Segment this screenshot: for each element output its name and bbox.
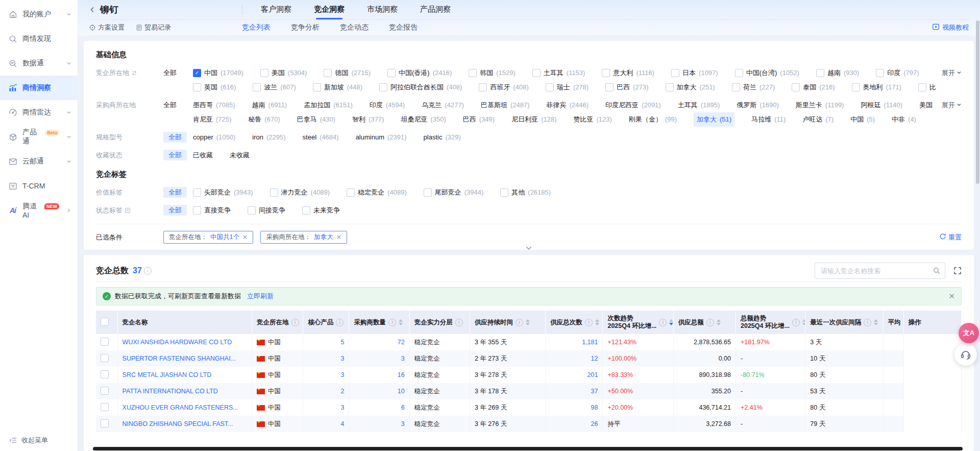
sub-tab-1[interactable]: 竞企列表 xyxy=(242,23,271,32)
checkbox[interactable] xyxy=(732,83,740,91)
sort-icon[interactable] xyxy=(669,319,673,325)
notice-close-icon[interactable]: ✕ xyxy=(948,292,955,301)
sidebar-item-product[interactable]: 产品通Beta xyxy=(0,125,78,149)
filter-option-土耳其[interactable]: 土耳其(1153) xyxy=(532,66,585,80)
filter-option-中国(香港)[interactable]: 中国(香港)(2416) xyxy=(387,66,452,80)
filter-option-俄罗斯[interactable]: 俄罗斯(1690) xyxy=(737,98,779,112)
sidebar-item-discovery[interactable]: 商情发现 xyxy=(0,27,78,51)
checkbox[interactable] xyxy=(816,69,824,77)
checkbox[interactable] xyxy=(532,69,541,77)
refresh-now-link[interactable]: 立即刷新 xyxy=(247,292,274,301)
checkbox[interactable] xyxy=(666,83,674,91)
filter-option-aluminum[interactable]: aluminum(2391) xyxy=(356,130,407,145)
filter-option-加拿大[interactable]: 加拿大(51) xyxy=(694,112,734,127)
filter-option-新加坡[interactable]: 新加坡(448) xyxy=(313,80,362,94)
filter-option-间接竞争[interactable]: 间接竞争 xyxy=(248,203,285,218)
column-header-buyers[interactable]: 采购商数量i xyxy=(349,311,409,334)
column-header-supplies[interactable]: 供应总次数i xyxy=(546,311,603,334)
company-name-link[interactable]: SRC METAL JIASHAN CO LTD xyxy=(122,371,212,378)
filter-option-泰国[interactable]: 泰国(216) xyxy=(792,80,835,94)
checkbox[interactable] xyxy=(347,188,355,197)
company-search-input[interactable] xyxy=(820,267,933,275)
filter-all-favorite[interactable]: 全部 xyxy=(163,150,187,160)
filter-option-乌克兰[interactable]: 乌克兰(4277) xyxy=(422,98,464,112)
sort-icon[interactable] xyxy=(526,319,530,325)
checkbox[interactable] xyxy=(605,83,614,91)
sidebar-item-radar[interactable]: 商情雷达 xyxy=(0,100,78,125)
row-checkbox[interactable] xyxy=(101,387,109,395)
filter-option-未来竞争[interactable]: 未来竞争 xyxy=(302,203,340,218)
column-header-interval[interactable]: 最近一次供应间隔i xyxy=(805,311,883,334)
core-products-link[interactable]: 3 xyxy=(341,404,345,411)
filter-option-瑞士[interactable]: 瑞士(278) xyxy=(546,80,589,94)
checkbox[interactable] xyxy=(671,69,679,77)
supply-count-link[interactable]: 1,181 xyxy=(582,339,598,346)
filter-all-status-tag[interactable]: 全部 xyxy=(163,205,187,216)
filter-option-韩国[interactable]: 韩国(1529) xyxy=(469,66,516,80)
row-checkbox[interactable] xyxy=(101,338,109,346)
filter-option-卢旺达[interactable]: 卢旺达(7) xyxy=(802,112,834,127)
checkbox[interactable] xyxy=(324,69,332,77)
sidebar-item-tcrm[interactable]: T-CRM xyxy=(0,174,78,198)
checkbox[interactable] xyxy=(387,69,396,77)
sidebar-item-mail[interactable]: 云邮通 xyxy=(0,149,78,174)
filter-option-德国[interactable]: 德国(2715) xyxy=(324,66,371,80)
filter-option-波兰[interactable]: 波兰(607) xyxy=(253,80,296,94)
filter-option-steel[interactable]: steel(4684) xyxy=(303,130,339,145)
filter-option-阿拉伯联合酋长国[interactable]: 阿拉伯联合酋长国(408) xyxy=(379,80,462,94)
filter-option-iron[interactable]: iron(2295) xyxy=(252,130,285,145)
filter-option-印度[interactable]: 印度(4594) xyxy=(370,98,405,112)
main-tab-3[interactable]: 市场洞察 xyxy=(367,0,398,19)
filter-option-荷兰[interactable]: 荷兰(227) xyxy=(732,80,775,94)
filter-option-孟加拉国[interactable]: 孟加拉国(6151) xyxy=(304,98,353,112)
filter-option-巴西[interactable]: 巴西(349) xyxy=(463,112,495,127)
filter-option-直接竞争[interactable]: 直接竞争 xyxy=(193,203,231,218)
filter-option-加拿大[interactable]: 加拿大(251) xyxy=(666,80,715,94)
checkbox[interactable] xyxy=(193,206,201,215)
row-checkbox[interactable] xyxy=(101,403,109,411)
company-name-link[interactable]: SUPERTOR FASTENING SHANGHAI... xyxy=(122,355,236,362)
sort-icon[interactable] xyxy=(399,319,403,325)
filter-all-company-location[interactable]: 全部 xyxy=(163,69,177,77)
translate-float-button[interactable]: 文A xyxy=(959,323,979,343)
filter-option-巴基斯坦[interactable]: 巴基斯坦(2487) xyxy=(481,98,530,112)
filter-option-肯尼亚[interactable]: 肯尼亚(725) xyxy=(193,112,231,127)
filter-option-赞比亚[interactable]: 赞比亚(123) xyxy=(574,112,612,127)
filter-option-秘鲁[interactable]: 秘鲁(670) xyxy=(248,112,280,127)
filter-option-中国[interactable]: ✓中国(17049) xyxy=(193,66,243,80)
buyer-count-link[interactable]: 6 xyxy=(401,404,405,411)
chip-remove-icon[interactable]: ✕ xyxy=(336,233,341,241)
checkbox[interactable] xyxy=(379,83,387,91)
select-all-checkbox[interactable] xyxy=(101,318,109,326)
column-header-duration[interactable]: 供应持续时间i xyxy=(470,311,545,334)
supply-count-link[interactable]: 201 xyxy=(587,371,598,378)
total-info-icon[interactable]: i xyxy=(144,267,152,275)
filter-option-阿根廷[interactable]: 阿根廷(1140) xyxy=(861,98,902,112)
filter-option-中非[interactable]: 中非(4) xyxy=(892,112,916,127)
sub-tab-3[interactable]: 竞企动态 xyxy=(340,23,369,32)
core-products-link[interactable]: 5 xyxy=(341,339,345,346)
checkbox[interactable] xyxy=(253,83,261,91)
filter-option-比利时[interactable]: 比利时(164) xyxy=(918,80,936,94)
filter-option-美国[interactable]: 美国(754) xyxy=(919,98,936,112)
sidebar-item-insight[interactable]: 商情洞察 xyxy=(0,76,78,100)
row-checkbox[interactable] xyxy=(101,419,109,428)
row-checkbox[interactable] xyxy=(101,370,109,378)
supply-count-link[interactable]: 12 xyxy=(591,355,598,362)
filter-option-copper[interactable]: copper(1050) xyxy=(193,130,235,145)
info-icon[interactable]: i xyxy=(516,319,523,326)
filter-option-西班牙[interactable]: 西班牙(408) xyxy=(479,80,528,94)
sub-tab-2[interactable]: 竞争分析 xyxy=(291,23,320,32)
filter-option-印度[interactable]: 印度(797) xyxy=(876,66,919,80)
back-icon[interactable] xyxy=(89,6,96,13)
company-name-link[interactable]: NINGBO ZHISHANG SPECIAL FAST... xyxy=(122,420,233,428)
sort-icon[interactable] xyxy=(874,319,878,325)
checkbox[interactable] xyxy=(193,188,201,197)
tool-trade[interactable]: 贸易记录 xyxy=(136,23,171,32)
buyer-count-link[interactable]: 16 xyxy=(398,371,405,378)
filter-option-美国[interactable]: 美国(5304) xyxy=(260,66,307,80)
core-products-link[interactable]: 4 xyxy=(341,420,345,428)
filter-option-巴西[interactable]: 巴西(273) xyxy=(605,80,648,94)
info-icon[interactable]: i xyxy=(706,319,714,326)
filter-option-英国[interactable]: 英国(616) xyxy=(193,80,236,94)
